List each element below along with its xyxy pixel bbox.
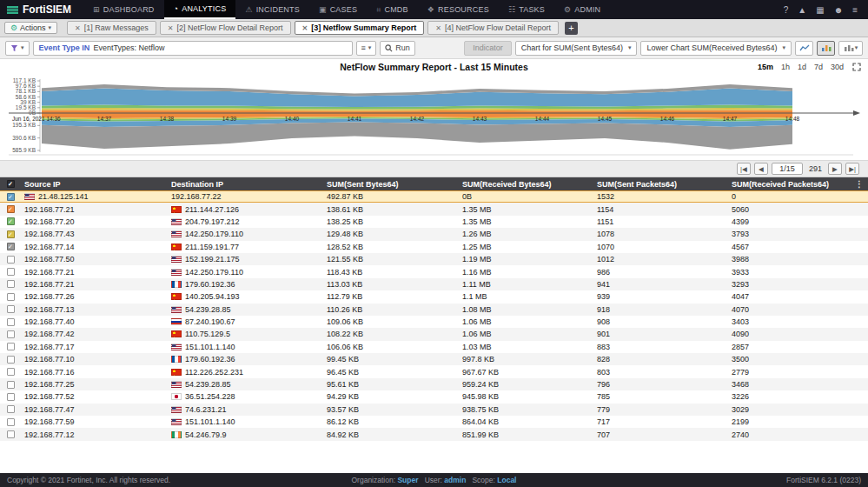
row-checkbox[interactable] <box>7 343 15 350</box>
nav-item-analytics[interactable]: ◔ANALYTICS <box>164 0 236 19</box>
tab[interactable]: ✕[4] NetFlow Flow Detail Report <box>427 21 559 35</box>
time-range-1h[interactable]: 1h <box>781 63 790 71</box>
table-row[interactable]: 192.168.77.21142.250.179.110118.43 KB1.1… <box>0 265 868 277</box>
query-input[interactable]: Event Type IN EventTypes: Netflow <box>33 41 353 56</box>
nav-item-resources[interactable]: ❖RESOURCES <box>418 0 499 19</box>
tab[interactable]: ✕[1] Raw Messages <box>67 21 156 35</box>
table-row[interactable]: 192.168.77.59151.101.1.14086.12 KB864.04… <box>0 416 868 428</box>
column-header[interactable]: SUM(Sent Bytes64) <box>323 180 459 189</box>
row-checkbox[interactable] <box>7 280 15 288</box>
row-checkbox[interactable] <box>7 356 15 364</box>
tab[interactable]: ✕[2] NetFlow Flow Detail Report <box>160 21 291 35</box>
menu-icon[interactable]: ≡ <box>852 5 858 15</box>
row-checkbox[interactable] <box>7 268 15 276</box>
filter-dropdown-button[interactable]: ▾ <box>5 41 30 56</box>
table-row[interactable]: 192.168.77.16112.226.252.23196.45 KB967.… <box>0 365 868 377</box>
scope-value[interactable]: Local <box>497 476 516 484</box>
table-row[interactable]: 192.168.77.42110.75.129.5108.22 KB1.06 M… <box>0 328 868 340</box>
expand-chart-button[interactable] <box>852 63 868 71</box>
table-row[interactable]: 192.168.77.5236.51.254.22894.29 KB945.98… <box>0 390 868 403</box>
nav-item-admin[interactable]: ⚙ADMIN <box>554 0 610 19</box>
time-range-1d[interactable]: 1d <box>798 63 806 71</box>
row-checkbox[interactable] <box>7 381 15 389</box>
page-input[interactable]: 1/15 <box>772 163 803 175</box>
column-header[interactable]: Source IP <box>21 180 168 189</box>
table-row[interactable]: ✓21.48.125.141192.168.77.22492.87 KB0B15… <box>0 190 868 203</box>
table-row[interactable]: 192.168.77.4774.6.231.2193.57 KB938.75 K… <box>0 404 868 416</box>
row-checkbox[interactable]: ✓ <box>7 193 15 201</box>
close-tab-icon[interactable]: ✕ <box>435 24 441 32</box>
table-row[interactable]: ✓192.168.77.14211.159.191.77128.52 KB1.2… <box>0 241 868 253</box>
row-checkbox[interactable] <box>7 318 15 326</box>
nav-item-cmdb[interactable]: ⌗CMDB <box>367 0 418 19</box>
time-range-30d[interactable]: 30d <box>831 63 844 71</box>
query-options-button[interactable]: ≡ ▾ <box>356 41 377 56</box>
netflow-chart-svg[interactable]: 0B19.5 KB39 KB58.6 KB78.1 KB97.6 KB117.1… <box>0 75 868 158</box>
brand-logo[interactable]: FortiSIEM <box>0 3 83 16</box>
table-row[interactable]: 192.168.77.1354.239.28.85110.26 KB1.08 M… <box>0 304 868 316</box>
table-row[interactable]: ✓192.168.77.21211.144.27.126138.61 KB1.3… <box>0 203 868 215</box>
table-row[interactable]: 192.168.77.1254.246.79.984.92 KB851.99 K… <box>0 428 868 440</box>
select-all-checkbox[interactable]: ✓ <box>7 180 15 188</box>
close-tab-icon[interactable]: ✕ <box>302 24 308 32</box>
column-header[interactable]: SUM(Sent Packets64) <box>593 180 728 189</box>
new-tab-button[interactable]: + <box>565 22 578 35</box>
nav-item-dashboard[interactable]: ⊞DASHBOARD <box>83 0 164 19</box>
sent-packets-cell: 901 <box>593 330 728 338</box>
table-row[interactable]: 192.168.77.50152.199.21.175121.55 KB1.19… <box>0 253 868 265</box>
row-checkbox[interactable] <box>7 430 15 438</box>
indicator-button[interactable]: Indicator <box>464 41 512 56</box>
table-row[interactable]: 192.168.77.26140.205.94.193112.79 KB1.1 … <box>0 290 868 303</box>
table-row[interactable]: ✓192.168.77.43142.250.179.110129.48 KB1.… <box>0 228 868 240</box>
nav-item-tasks[interactable]: ☷TASKS <box>499 0 554 19</box>
table-row[interactable]: 192.168.77.2554.239.28.8595.61 KB959.24 … <box>0 378 868 390</box>
upper-chart-select[interactable]: Chart for SUM(Sent Bytes64) ▾ <box>515 41 638 56</box>
chart-type-menu-button[interactable]: ▾ <box>838 41 863 56</box>
user-icon[interactable]: ☻ <box>834 5 844 15</box>
row-checkbox[interactable] <box>7 393 15 401</box>
row-checkbox[interactable] <box>7 330 15 338</box>
notifications-icon[interactable]: ▲ <box>798 5 806 15</box>
actions-button[interactable]: ⚙ Actions ▾ <box>4 22 57 34</box>
lower-chart-select[interactable]: Lower Chart SUM(Received Bytes64) ▾ <box>640 41 792 56</box>
tab[interactable]: ✕[3] Netflow Summary Report <box>295 21 425 35</box>
user-value[interactable]: admin <box>444 476 466 484</box>
run-button[interactable]: Run <box>380 41 415 56</box>
row-checkbox[interactable]: ✓ <box>7 243 15 250</box>
time-range-15m[interactable]: 15m <box>758 63 773 71</box>
row-checkbox[interactable] <box>7 418 15 426</box>
table-row[interactable]: 192.168.77.21179.60.192.36113.03 KB1.11 … <box>0 278 868 290</box>
close-tab-icon[interactable]: ✕ <box>75 24 81 32</box>
organization-value[interactable]: Super <box>397 476 418 484</box>
area-chart-type-button[interactable] <box>817 41 835 56</box>
table-row[interactable]: 192.168.77.10179.60.192.3699.45 KB997.8 … <box>0 353 868 365</box>
first-page-button[interactable]: |◀ <box>737 163 751 175</box>
close-tab-icon[interactable]: ✕ <box>168 24 174 32</box>
column-header[interactable]: SUM(Received Packets64) <box>728 180 868 189</box>
column-header[interactable]: Destination IP <box>168 180 323 189</box>
nav-item-incidents[interactable]: ⚠INCIDENTS <box>235 0 309 19</box>
column-header[interactable]: SUM(Received Bytes64) <box>459 180 593 189</box>
help-icon[interactable]: ? <box>784 5 789 15</box>
row-checkbox[interactable] <box>7 293 15 301</box>
row-checkbox[interactable]: ✓ <box>7 230 15 238</box>
row-checkbox[interactable] <box>7 405 15 413</box>
recv-bytes-cell: 1.11 MB <box>459 280 593 289</box>
line-chart-type-button[interactable] <box>795 41 813 56</box>
row-checkbox[interactable] <box>7 368 15 376</box>
nav-item-cases[interactable]: ▣CASES <box>309 0 367 19</box>
row-checkbox[interactable]: ✓ <box>7 205 15 213</box>
sent-bytes-cell: 93.57 KB <box>323 405 459 414</box>
row-checkbox[interactable] <box>7 305 15 313</box>
table-row[interactable]: 192.168.77.4087.240.190.67109.06 KB1.06 … <box>0 316 868 328</box>
table-row[interactable]: ✓192.168.77.20204.79.197.212138.25 KB1.3… <box>0 216 868 228</box>
row-checkbox[interactable] <box>7 256 15 264</box>
next-page-button[interactable]: ▶ <box>828 163 842 175</box>
table-row[interactable]: 192.168.77.17151.101.1.140106.06 KB1.03 … <box>0 341 868 353</box>
last-page-button[interactable]: ▶| <box>845 163 859 175</box>
column-options-icon[interactable]: ⋮ <box>855 179 864 189</box>
row-checkbox[interactable]: ✓ <box>7 217 15 225</box>
apps-grid-icon[interactable]: ▦ <box>816 5 824 15</box>
prev-page-button[interactable]: ◀ <box>754 163 768 175</box>
time-range-7d[interactable]: 7d <box>814 63 823 71</box>
